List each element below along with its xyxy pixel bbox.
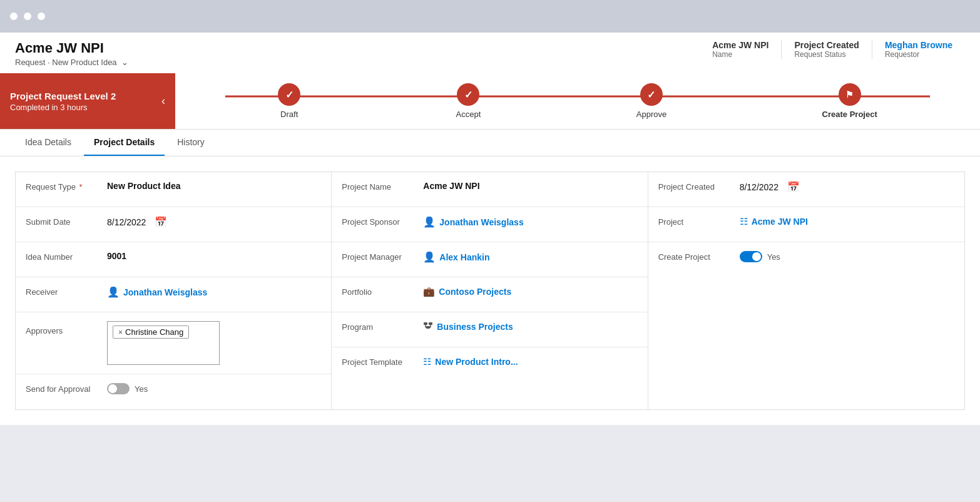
workflow-steps: ✓ Draft ✓ Accept ✓ Approve ⚑ Create Proj… [175, 73, 980, 129]
window-dot-1 [10, 13, 18, 20]
form-row-approvers: Approvers × Christine Chang [16, 312, 331, 374]
label-project-sponsor: Project Sponsor [342, 216, 423, 227]
window-dot-2 [24, 13, 31, 20]
label-submit-date: Submit Date [26, 216, 107, 227]
value-program: Business Projects [423, 321, 637, 332]
step-approve-label: Approve [636, 110, 666, 119]
breadcrumb: Request · New Product Idea ⌄ [15, 58, 128, 67]
step-draft-label: Draft [280, 110, 298, 119]
value-project-manager: 👤 Alex Hankin [423, 251, 637, 263]
workflow-area: Project Request Level 2 Completed in 3 h… [0, 73, 980, 129]
step-accept-label: Accept [456, 110, 481, 119]
tag-remove-icon[interactable]: × [118, 328, 123, 337]
header-meta-status: Project Created Request Status [781, 40, 871, 59]
calendar-icon-submit[interactable]: 📅 [155, 216, 167, 228]
form-row-project: Project ☷ Acme JW NPI [648, 207, 964, 242]
briefcase-icon: 💼 [423, 286, 435, 297]
label-project-name: Project Name [342, 181, 423, 192]
form-col-1: Request Type * New Product Idea Submit D… [16, 172, 332, 409]
form-col-3: Project Created 8/12/2022 📅 Project ☷ Ac… [648, 172, 964, 409]
form-row-project-name: Project Name Acme JW NPI [332, 172, 647, 207]
form-row-project-sponsor: Project Sponsor 👤 Jonathan Weisglass [332, 207, 647, 242]
form-row-submit-date: Submit Date 8/12/2022 📅 [16, 207, 331, 242]
toggle-label: Yes [135, 384, 148, 394]
form-row-program: Program Business Projects [332, 312, 647, 347]
form-row-project-created: Project Created 8/12/2022 📅 [648, 172, 964, 207]
header-left: Acme JW NPI Request · New Product Idea ⌄ [15, 40, 128, 73]
toggle-create-project[interactable]: Yes [740, 251, 780, 262]
form-row-portfolio: Portfolio 💼 Contoso Projects [332, 277, 647, 312]
approvers-field[interactable]: × Christine Chang [107, 321, 220, 365]
toggle-create-project-track[interactable] [740, 251, 762, 262]
step-accept-circle: ✓ [457, 83, 479, 106]
label-idea-number: Idea Number [26, 251, 107, 262]
label-project-created: Project Created [658, 181, 740, 192]
app-header: Acme JW NPI Request · New Product Idea ⌄… [0, 33, 980, 130]
label-send-approval: Send for Approval [26, 383, 107, 394]
label-project-template: Project Template [342, 356, 423, 367]
step-create-project-circle: ⚑ [839, 83, 861, 106]
value-project-template: ☷ New Product Intro... [423, 356, 637, 367]
form-row-request-type: Request Type * New Product Idea [16, 172, 331, 207]
value-project-name: Acme JW NPI [423, 181, 637, 191]
template-icon: ☷ [423, 356, 431, 367]
form-row-send-approval: Send for Approval Yes [16, 374, 331, 409]
step-approve: ✓ Approve [636, 83, 666, 119]
step-draft-circle: ✓ [278, 83, 300, 106]
value-submit-date: 8/12/2022 📅 [107, 216, 321, 228]
toggle-thumb [108, 384, 117, 393]
value-create-project: Yes [740, 251, 954, 262]
step-create-project-label: Create Project [822, 110, 877, 119]
form-row-receiver: Receiver 👤 Jonathan Weisglass [16, 277, 331, 312]
form-grid: Request Type * New Product Idea Submit D… [15, 172, 965, 410]
stage-banner-chevron[interactable]: ‹ [161, 95, 165, 108]
step-accept: ✓ Accept [456, 83, 481, 119]
form-row-idea-number: Idea Number 9001 [16, 242, 331, 277]
project-template-icon: ☷ [740, 216, 748, 227]
header-top: Acme JW NPI Request · New Product Idea ⌄… [15, 40, 965, 73]
value-request-type: New Product Idea [107, 181, 321, 191]
window-dot-3 [38, 13, 45, 20]
form-row-project-manager: Project Manager 👤 Alex Hankin [332, 242, 647, 277]
tab-idea-details[interactable]: Idea Details [15, 130, 81, 156]
toggle-create-project-label: Yes [767, 252, 780, 262]
label-receiver: Receiver [26, 286, 107, 297]
header-meta-requestor: Meghan Browne Requestor [872, 40, 965, 59]
step-approve-circle: ✓ [640, 83, 663, 106]
toggle-create-project-thumb [752, 252, 761, 261]
title-bar [0, 0, 980, 33]
stage-banner: Project Request Level 2 Completed in 3 h… [0, 73, 175, 129]
stage-banner-text: Project Request Level 2 Completed in 3 h… [10, 91, 116, 112]
app-title: Acme JW NPI [15, 40, 128, 56]
label-program: Program [342, 321, 423, 332]
toggle-track[interactable] [107, 383, 130, 394]
breadcrumb-dropdown-icon[interactable]: ⌄ [121, 58, 128, 67]
value-project-created: 8/12/2022 📅 [740, 181, 954, 193]
value-receiver: 👤 Jonathan Weisglass [107, 286, 321, 298]
approver-name: Christine Chang [125, 327, 183, 337]
tabs-bar: Idea Details Project Details History [0, 130, 980, 156]
step-draft: ✓ Draft [278, 83, 300, 119]
label-project-manager: Project Manager [342, 251, 423, 262]
person-icon-manager: 👤 [423, 251, 436, 263]
step-create-project: ⚑ Create Project [822, 83, 877, 119]
tab-project-details[interactable]: Project Details [84, 130, 165, 156]
required-star: * [79, 182, 83, 192]
value-project-sponsor: 👤 Jonathan Weisglass [423, 216, 637, 228]
label-approvers: Approvers [26, 321, 107, 336]
value-idea-number: 9001 [107, 251, 321, 261]
content-area: Request Type * New Product Idea Submit D… [0, 156, 980, 425]
person-icon-receiver: 👤 [107, 286, 120, 298]
tab-history[interactable]: History [167, 130, 215, 156]
header-right: Acme JW NPI Name Project Created Request… [700, 40, 965, 59]
label-create-project: Create Project [658, 251, 740, 262]
label-project: Project [658, 216, 740, 227]
calendar-icon-created[interactable]: 📅 [787, 181, 800, 193]
toggle-send-approval[interactable]: Yes [107, 383, 148, 394]
header-meta-name: Acme JW NPI Name [700, 40, 781, 59]
approver-tag-christine: × Christine Chang [113, 325, 189, 339]
label-portfolio: Portfolio [342, 286, 423, 297]
value-project: ☷ Acme JW NPI [740, 216, 954, 227]
program-icon [423, 321, 433, 332]
form-row-project-template: Project Template ☷ New Product Intro... [332, 347, 647, 382]
